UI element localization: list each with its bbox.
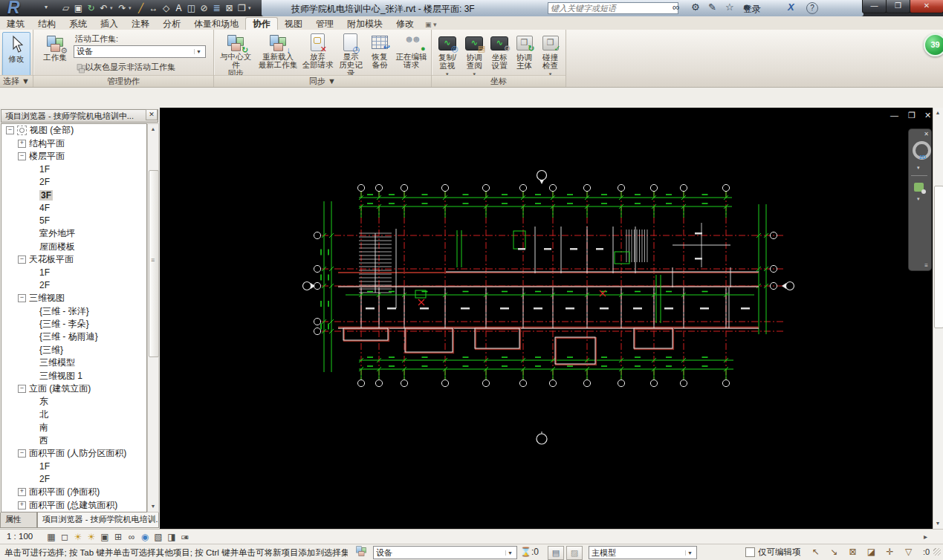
close-hidden-windows-icon[interactable]: ⊠ (223, 1, 236, 15)
interference-check-button[interactable]: ❒✓ 碰撞 检查 ▾ (537, 31, 564, 79)
tree-item[interactable]: 1F (1, 163, 146, 175)
tree-expander-icon[interactable]: + (18, 501, 26, 509)
tree-item[interactable]: {三维} (1, 344, 146, 356)
scroll-up-icon[interactable]: ▲ (933, 108, 942, 118)
tab-project-browser[interactable]: 项目浏览器 - 技师学院机电培训... (37, 512, 159, 528)
tree-expander-icon[interactable]: − (6, 126, 14, 134)
aligned-dimension-icon[interactable]: ↔ (147, 1, 160, 15)
ribbon-tab-插入[interactable]: 插入 (94, 17, 125, 30)
scroll-down-icon[interactable]: ▼ (933, 518, 942, 529)
tree-item[interactable]: −三维视图 (1, 292, 146, 305)
thin-lines-icon[interactable]: ≣ (210, 1, 223, 15)
customize-qat-icon[interactable]: ▾ (248, 5, 254, 11)
select-elements-by-face-icon[interactable]: ◪ (862, 546, 881, 559)
text-icon[interactable]: A (172, 1, 185, 15)
window-minimize-button[interactable]: — (862, 0, 887, 13)
tree-item[interactable]: 5F (1, 215, 146, 227)
tree-item[interactable]: 2F (1, 176, 146, 189)
redo-caret-icon[interactable]: ▾ (129, 5, 135, 11)
worksharing-display-icon[interactable]: ▧ (152, 531, 165, 543)
ribbon-tab-修改[interactable]: 修改 (389, 17, 421, 30)
detail-level-icon[interactable]: ▦ (45, 531, 58, 543)
tree-item[interactable]: 2F (1, 279, 146, 292)
visual-style-icon[interactable]: ◻ (58, 531, 71, 543)
signin-person-icon[interactable]: ☻ (742, 1, 752, 13)
tree-item[interactable]: 2F (1, 473, 146, 486)
scroll-up-icon[interactable]: ▲ (148, 124, 158, 134)
tree-item[interactable]: 南 (1, 421, 146, 434)
drag-elements-on-selection-icon[interactable]: ✛ (881, 546, 899, 559)
tree-item[interactable]: 室外地坪 (1, 227, 146, 240)
view-minimize-icon[interactable]: — (890, 111, 898, 120)
redo-icon[interactable]: ↷ (116, 1, 129, 15)
select-underlay-elements-icon[interactable]: ↘ (825, 546, 843, 559)
workset-status-dropdown[interactable]: 设备 ▼ (373, 546, 517, 559)
tree-item[interactable]: 三维视图 1 (1, 369, 146, 382)
coordination-review-button[interactable]: ∿▤ 协调 查阅 ▾ (461, 31, 487, 79)
save-icon[interactable]: ▣ (72, 1, 85, 15)
design-options-dropdown[interactable]: 主模型 ▼ (589, 546, 697, 559)
tree-expander-icon[interactable]: − (18, 385, 26, 393)
reveal-hidden-elements-icon[interactable]: ◉ (138, 531, 152, 543)
tree-item[interactable]: +面积平面 (总建筑面积) (1, 498, 146, 511)
select-pinned-elements-icon[interactable]: ⊠ (843, 546, 862, 559)
tree-expander-icon[interactable]: − (18, 152, 26, 160)
coordinates-button[interactable]: ∿⚙ 坐标 设置 (487, 31, 512, 71)
tree-item[interactable]: −楼层平面 (1, 150, 146, 163)
scrollbar-thumb[interactable] (149, 170, 159, 357)
view-restore-icon[interactable]: ❐ (908, 111, 916, 120)
undo-icon[interactable]: ↶ (97, 1, 110, 15)
project-browser-title[interactable]: 项目浏览器 - 技师学院机电培训中... (1, 109, 158, 123)
ribbon-tab-协作[interactable]: 协作 (245, 17, 278, 30)
editing-requests-count[interactable]: ⌛:0 (520, 547, 539, 557)
manage-collaboration-panel-label[interactable]: 管理协作 (33, 75, 213, 87)
tree-scrollbar[interactable]: ▲ ▼ (147, 123, 159, 512)
reload-latest-button[interactable]: ↓ 重新载入 最新工作集 (256, 30, 300, 71)
tree-item[interactable]: 3F (1, 189, 146, 201)
ribbon-tab-体量和场地[interactable]: 体量和场地 (187, 17, 245, 30)
section-icon[interactable]: ⊘ (198, 1, 210, 15)
application-menu-button[interactable]: R ▾ (1, 0, 55, 16)
drawing-canvas[interactable]: — ❐ ✕ ✕ 2D ▾ ▾ ≡ (160, 108, 933, 529)
active-workset-dropdown[interactable]: 设备 ▼ (74, 45, 206, 58)
tree-item[interactable]: −视图 (全部) (1, 124, 146, 137)
crop-view-icon[interactable]: ▣ (98, 531, 111, 543)
resize-grip[interactable] (933, 548, 941, 556)
undo-caret-icon[interactable]: ▾ (110, 5, 116, 11)
close-icon[interactable]: ✕ (146, 109, 158, 120)
favorites-star-icon[interactable]: ☆ (725, 1, 734, 13)
modify-button[interactable]: 修改 (2, 32, 30, 76)
tree-item[interactable]: 屋面楼板 (1, 241, 146, 253)
show-history-button[interactable]: ◷ 显示 历史记录 (335, 30, 366, 79)
ribbon-tab-注释[interactable]: 注释 (125, 17, 156, 30)
tree-item[interactable]: 东 (1, 395, 146, 408)
scroll-right-icon[interactable]: ▸ (924, 533, 927, 541)
subscription-center-icon[interactable]: ⚙ (691, 1, 700, 13)
tree-item[interactable]: 4F (1, 201, 146, 214)
close-icon[interactable]: ✕ (924, 131, 929, 137)
temporary-view-properties-icon[interactable]: ◨ (165, 531, 178, 543)
chevron-down-icon[interactable]: ▾ (917, 165, 920, 171)
measure-icon[interactable]: ╱ (135, 1, 147, 15)
vertical-scrollbar[interactable]: ▲ ▼ (933, 108, 943, 529)
ribbon-tab-管理[interactable]: 管理 (309, 17, 340, 30)
tree-item[interactable]: 北 (1, 408, 146, 421)
view-scale-button[interactable]: 1 : 100 (7, 532, 33, 541)
copy-monitor-button[interactable]: ∿◎ 复制/ 监视 ▾ (433, 31, 461, 79)
ribbon-tab-建筑[interactable]: 建筑 (0, 17, 31, 30)
sync-with-central-icon[interactable]: ↻ (85, 1, 97, 15)
switch-windows-icon[interactable]: ❐ (236, 1, 248, 15)
window-maximize-button[interactable]: ❐ (886, 0, 910, 13)
tree-item[interactable]: {三维 - 张洋} (1, 305, 146, 317)
tag-icon[interactable]: ◇ (160, 1, 172, 15)
relinquish-all-button[interactable]: ✕ 放弃 全部请求 (300, 30, 335, 71)
tree-item[interactable]: 1F (1, 460, 146, 472)
search-input[interactable] (548, 2, 678, 14)
tree-item[interactable]: 1F (1, 266, 146, 279)
tree-item[interactable]: −立面 (建筑立面) (1, 382, 146, 395)
tree-item[interactable]: +结构平面 (1, 137, 146, 149)
tree-expander-icon[interactable]: + (18, 140, 26, 148)
tree-expander-icon[interactable]: + (18, 488, 26, 496)
tree-item[interactable]: 西 (1, 434, 146, 446)
tab-properties[interactable]: 属性 (0, 512, 37, 528)
